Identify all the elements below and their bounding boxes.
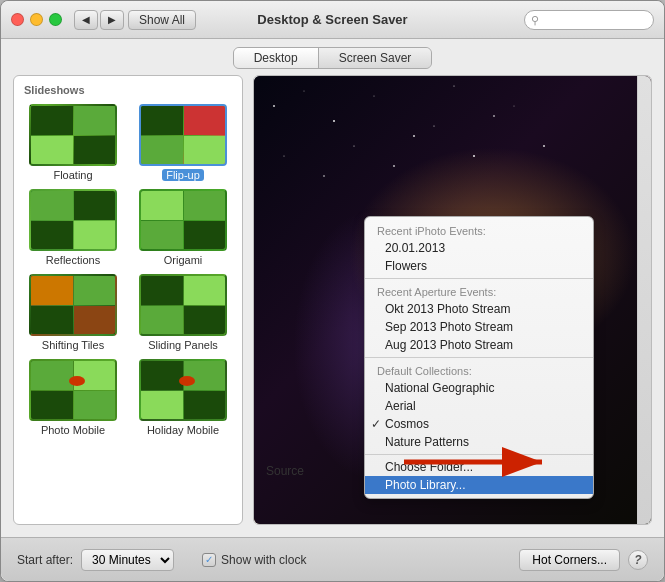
help-button[interactable]: ? <box>628 550 648 570</box>
svg-point-9 <box>354 146 355 147</box>
slideshow-label-sliding: Sliding Panels <box>148 339 218 351</box>
svg-point-6 <box>493 115 495 117</box>
menu-item-aug[interactable]: Aug 2013 Photo Stream <box>365 336 593 354</box>
menu-header-collections: Default Collections: <box>365 361 593 379</box>
svg-point-3 <box>374 96 375 97</box>
search-input[interactable] <box>524 10 654 30</box>
slideshow-thumb-photomobile <box>29 359 117 421</box>
red-arrow <box>394 444 554 480</box>
menu-item-aerial[interactable]: Aerial <box>365 397 593 415</box>
close-button[interactable] <box>11 13 24 26</box>
svg-point-12 <box>473 155 475 157</box>
slideshow-thumb-sliding <box>139 274 227 336</box>
titlebar: ◀ ▶ Show All Desktop & Screen Saver ⚲ <box>1 1 664 39</box>
slideshow-thumb-flipup <box>139 104 227 166</box>
svg-point-10 <box>393 165 395 167</box>
slideshow-item-origami[interactable]: Origami <box>132 189 234 266</box>
slideshow-item-reflections[interactable]: Reflections <box>22 189 124 266</box>
traffic-lights <box>11 13 62 26</box>
slideshow-thumb-shifting <box>29 274 117 336</box>
svg-point-5 <box>454 86 455 87</box>
show-with-clock-label: Show with clock <box>221 553 306 567</box>
slideshow-thumb-reflections <box>29 189 117 251</box>
slideshow-label-origami: Origami <box>164 254 203 266</box>
menu-item-cosmos[interactable]: Cosmos <box>365 415 593 433</box>
back-button[interactable]: ◀ <box>74 10 98 30</box>
show-with-clock-group: ✓ Show with clock <box>202 553 306 567</box>
slideshow-grid: Floating Flip-up <box>22 104 234 436</box>
main-content: Slideshows Floating <box>1 75 664 537</box>
slideshow-label-shifting: Shifting Tiles <box>42 339 104 351</box>
slideshows-panel: Slideshows Floating <box>13 75 243 525</box>
slideshow-label-floating: Floating <box>53 169 92 181</box>
svg-point-4 <box>413 135 415 137</box>
start-after-label: Start after: <box>17 553 73 567</box>
slideshow-label-flipup: Flip-up <box>162 169 204 181</box>
menu-item-oct[interactable]: Okt 2013 Photo Stream <box>365 300 593 318</box>
tab-desktop[interactable]: Desktop <box>234 48 319 68</box>
menu-header-iphoto: Recent iPhoto Events: <box>365 221 593 239</box>
slideshow-label-photomobile: Photo Mobile <box>41 424 105 436</box>
show-with-clock-checkbox[interactable]: ✓ <box>202 553 216 567</box>
slideshow-item-flipup[interactable]: Flip-up <box>132 104 234 181</box>
slideshow-label-holidaymobile: Holiday Mobile <box>147 424 219 436</box>
tab-screensaver[interactable]: Screen Saver <box>319 48 432 68</box>
main-window: ◀ ▶ Show All Desktop & Screen Saver ⚲ De… <box>0 0 665 582</box>
slideshow-item-sliding[interactable]: Sliding Panels <box>132 274 234 351</box>
slideshows-label: Slideshows <box>22 84 234 96</box>
menu-item-sep[interactable]: Sep 2013 Photo Stream <box>365 318 593 336</box>
source-label: Source <box>266 464 304 478</box>
tab-group: Desktop Screen Saver <box>233 47 433 69</box>
minimize-button[interactable] <box>30 13 43 26</box>
slideshow-thumb-floating <box>29 104 117 166</box>
menu-divider-2 <box>365 357 593 358</box>
svg-point-2 <box>333 120 335 122</box>
search-box: ⚲ <box>524 10 654 30</box>
start-after-select[interactable]: 30 Minutes 5 Minutes 10 Minutes 15 Minut… <box>81 549 174 571</box>
svg-point-0 <box>273 105 275 107</box>
forward-button[interactable]: ▶ <box>100 10 124 30</box>
menu-header-aperture: Recent Aperture Events: <box>365 282 593 300</box>
slideshow-item-shifting[interactable]: Shifting Tiles <box>22 274 124 351</box>
slideshow-item-floating[interactable]: Floating <box>22 104 124 181</box>
preview-panel: Source Recent iPhoto Events: 20.01.2013 … <box>253 75 652 525</box>
tab-bar: Desktop Screen Saver <box>1 39 664 75</box>
show-all-button[interactable]: Show All <box>128 10 196 30</box>
svg-point-11 <box>434 126 435 127</box>
nav-buttons: ◀ ▶ <box>74 10 124 30</box>
slideshow-thumb-holidaymobile <box>139 359 227 421</box>
search-icon: ⚲ <box>531 13 539 26</box>
menu-item-date[interactable]: 20.01.2013 <box>365 239 593 257</box>
scrollbar[interactable] <box>637 76 651 524</box>
svg-point-13 <box>514 106 515 107</box>
maximize-button[interactable] <box>49 13 62 26</box>
svg-point-14 <box>543 145 545 147</box>
svg-point-7 <box>284 156 285 157</box>
svg-point-8 <box>323 175 325 177</box>
slideshow-item-holidaymobile[interactable]: Holiday Mobile <box>132 359 234 436</box>
svg-point-1 <box>304 91 305 92</box>
bottom-bar: Start after: 30 Minutes 5 Minutes 10 Min… <box>1 537 664 581</box>
window-title: Desktop & Screen Saver <box>257 12 407 27</box>
hot-corners-button[interactable]: Hot Corners... <box>519 549 620 571</box>
menu-item-flowers[interactable]: Flowers <box>365 257 593 275</box>
slideshow-item-photomobile[interactable]: Photo Mobile <box>22 359 124 436</box>
slideshow-label-reflections: Reflections <box>46 254 100 266</box>
slideshow-thumb-origami <box>139 189 227 251</box>
menu-divider-1 <box>365 278 593 279</box>
menu-item-natgeo[interactable]: National Geographic <box>365 379 593 397</box>
